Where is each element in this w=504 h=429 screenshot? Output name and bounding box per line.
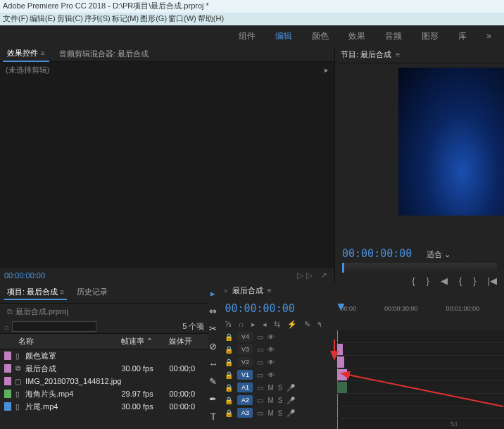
expand-icon[interactable]: ▸	[325, 66, 329, 75]
track-target[interactable]: A2	[237, 395, 253, 405]
tab-effect-controls[interactable]: 效果控件 ≡	[3, 46, 49, 62]
mark-out-button[interactable]: }	[427, 275, 429, 286]
project-item[interactable]: ▯海角片头.mp429.97 fps00;00;0	[0, 387, 208, 400]
linked-selection[interactable]: ∩	[239, 320, 244, 329]
project-item[interactable]: ▯颜色遮罩	[0, 349, 208, 362]
zoom-fit-dropdown[interactable]: 适合 ⌄	[427, 249, 451, 260]
export-icon[interactable]: ↗	[320, 271, 330, 280]
panel-menu-icon[interactable]: ≡	[41, 49, 45, 57]
selection-tool[interactable]: ▸	[210, 288, 215, 299]
opt6[interactable]: ⚡	[287, 320, 297, 329]
mic-icon[interactable]: 🎤	[286, 384, 295, 392]
tab-audio-mixer[interactable]: 音频剪辑混合器: 最后合成	[55, 46, 153, 61]
pen-tool[interactable]: ✎	[209, 376, 217, 387]
track-target[interactable]: A3	[237, 408, 253, 418]
eye-icon[interactable]: 👁	[267, 333, 275, 341]
program-tab-label[interactable]: 节目: 最后合成	[341, 49, 391, 60]
track-output-toggle[interactable]: ▭	[257, 397, 263, 404]
step-back-button[interactable]: ◀	[441, 275, 448, 286]
mute-toggle[interactable]: M	[267, 409, 273, 417]
solo-toggle[interactable]: S	[278, 409, 283, 417]
ws-effects[interactable]: 效果	[348, 30, 365, 42]
track-output-toggle[interactable]: ▭	[257, 333, 263, 341]
loop-icon[interactable]: ▷▷	[297, 271, 315, 280]
ws-assembly[interactable]: 组件	[239, 30, 256, 42]
menu-clip[interactable]: 剪辑(C)	[57, 13, 83, 25]
track-output-toggle[interactable]: ▭	[257, 384, 263, 392]
time-ruler[interactable]: 00:0000:00:30:0000:01:00:0000:01:30:0000	[337, 305, 504, 312]
mic-icon[interactable]: 🎤	[286, 397, 295, 404]
menu-marker[interactable]: 标记(M)	[112, 13, 139, 25]
go-in-button[interactable]: {	[459, 275, 462, 286]
search-icon[interactable]: ⌕	[4, 323, 9, 331]
ws-editing[interactable]: 编辑	[275, 30, 292, 42]
type-tool[interactable]: T	[210, 411, 216, 422]
track-target[interactable]: V2	[237, 357, 253, 367]
track-target[interactable]: V3	[237, 344, 253, 354]
opt5[interactable]: ⇆	[274, 320, 280, 329]
hand-tool[interactable]: ✒	[209, 394, 217, 404]
monitor-area[interactable]	[335, 63, 504, 244]
tab-project[interactable]: 项目: 最后合成 ≡	[4, 285, 67, 300]
ws-library[interactable]: 库	[458, 30, 467, 42]
project-menu-icon[interactable]: ≡	[60, 288, 64, 296]
clip-v3[interactable]	[337, 344, 343, 355]
track-header-v2[interactable]: 🔒V2▭👁	[218, 356, 337, 368]
project-name[interactable]: 最后合成.prproj	[15, 307, 68, 316]
settings-icon[interactable]: ٩	[317, 320, 322, 329]
lock-icon[interactable]: 🔒	[225, 384, 233, 392]
track-header-v1[interactable]: 🔒V1▭👁	[218, 368, 337, 381]
go-out-button[interactable]: }	[473, 275, 476, 286]
track-lanes[interactable]: S1	[337, 330, 504, 429]
timeline-menu-icon[interactable]: ≡	[267, 287, 272, 294]
menu-file[interactable]: 文件(F)	[3, 13, 28, 25]
col-media-start[interactable]: 媒体开	[169, 336, 204, 347]
timeline-timecode[interactable]: 00:00:00:00	[218, 302, 337, 315]
tab-history[interactable]: 历史记录	[74, 285, 111, 300]
lock-icon[interactable]: 🔒	[225, 359, 233, 366]
slip-tool[interactable]: ↔	[208, 359, 218, 369]
menu-graphics[interactable]: 图形(G)	[140, 13, 167, 25]
track-header-v4[interactable]: 🔒V4▭👁	[218, 330, 337, 343]
project-item[interactable]: ⧉最后合成30.00 fps00:00;0	[0, 362, 208, 375]
track-select-tool[interactable]: ⇔	[209, 306, 217, 316]
ws-graphics[interactable]: 图形	[422, 30, 439, 42]
col-name[interactable]: 名称	[4, 336, 121, 347]
program-menu-icon[interactable]: ≡	[396, 51, 400, 58]
program-scrubber[interactable]	[342, 263, 497, 273]
track-output-toggle[interactable]: ▭	[257, 409, 263, 417]
menu-sequence[interactable]: 序列(S)	[84, 13, 111, 25]
razor-tool[interactable]: ⊘	[209, 341, 217, 352]
opt4[interactable]: ◂	[263, 320, 267, 329]
mark-in-button[interactable]: {	[412, 275, 415, 286]
track-output-toggle[interactable]: ▭	[257, 371, 263, 379]
clip-v1[interactable]	[337, 369, 347, 380]
ws-color[interactable]: 颜色	[312, 30, 329, 42]
mute-toggle[interactable]: M	[267, 397, 273, 404]
eye-icon[interactable]: 👁	[267, 359, 275, 366]
marker-add[interactable]: ▸	[251, 320, 256, 329]
track-header-a2[interactable]: 🔒A2▭MS🎤	[218, 394, 337, 406]
solo-toggle[interactable]: S	[278, 384, 283, 392]
menu-window[interactable]: 窗口(W)	[168, 13, 196, 25]
lock-icon[interactable]: 🔒	[225, 371, 233, 379]
mute-toggle[interactable]: M	[267, 384, 273, 392]
eye-icon[interactable]: 👁	[267, 346, 275, 354]
ripple-tool[interactable]: ✂	[209, 323, 217, 334]
track-header-a1[interactable]: 🔒A1▭MS🎤	[218, 381, 337, 394]
track-output-toggle[interactable]: ▭	[257, 346, 263, 354]
prev-edit-button[interactable]: |◀	[488, 275, 497, 286]
clip-a1[interactable]	[337, 382, 347, 393]
track-header-v3[interactable]: 🔒V3▭👁	[218, 343, 337, 356]
lock-icon[interactable]: 🔒	[225, 333, 233, 341]
track-output-toggle[interactable]: ▭	[257, 359, 263, 366]
program-timecode[interactable]: 00:00:00:00	[342, 247, 412, 260]
project-item[interactable]: ▯片尾.mp430.00 fps00:00:0	[0, 400, 208, 413]
search-input[interactable]	[12, 321, 96, 332]
clip-v2[interactable]	[337, 356, 344, 368]
lock-icon[interactable]: 🔒	[225, 397, 233, 404]
ws-audio[interactable]: 音频	[385, 30, 402, 42]
col-fps[interactable]: 帧速率 ⌃	[121, 336, 169, 347]
track-target[interactable]: V1	[237, 370, 253, 380]
lock-icon[interactable]: 🔒	[225, 409, 233, 417]
